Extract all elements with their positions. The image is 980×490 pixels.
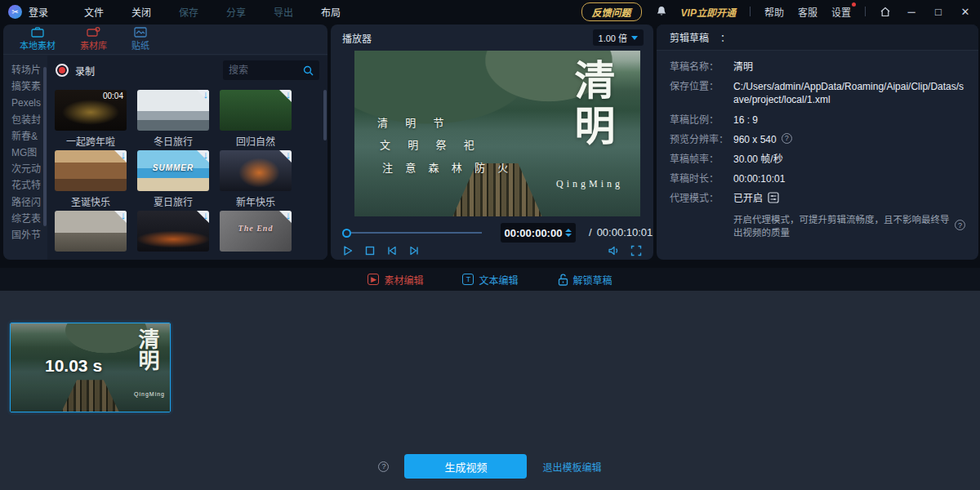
- stop-button[interactable]: [364, 245, 376, 256]
- tab-material-edit[interactable]: ▶ 素材编辑: [368, 273, 423, 287]
- proxy-mode-row: 代理模式： 已开启: [670, 192, 965, 205]
- video-subtitle: QingMing: [556, 178, 623, 190]
- template-thumbnail[interactable]: ↓: [55, 150, 127, 191]
- download-icon[interactable]: ↓: [121, 150, 127, 161]
- chevron-down-icon: [631, 36, 638, 40]
- template-card[interactable]: The End↓: [220, 211, 292, 260]
- record-icon[interactable]: [56, 64, 69, 77]
- draft-info-panel: 剪辑草稿 ： 草稿名称： 清明 保存位置： C:/Users/admin/App…: [657, 24, 978, 260]
- seek-track[interactable]: [351, 232, 482, 234]
- help-icon[interactable]: ?: [782, 133, 792, 144]
- category-mg[interactable]: MG图: [3, 145, 47, 161]
- divider: [865, 7, 866, 16]
- skip-to-start-button[interactable]: [386, 245, 398, 256]
- fullscreen-icon[interactable]: [630, 245, 642, 256]
- maximize-button[interactable]: □: [932, 6, 945, 18]
- play-button[interactable]: [342, 245, 354, 256]
- template-thumbnail[interactable]: ↓: [220, 90, 292, 131]
- template-thumbnail[interactable]: ↓: [137, 211, 209, 252]
- timeline-clip[interactable]: 清明 QingMing 10.03 s: [10, 323, 171, 412]
- clip-title-calligraphy: 清明: [131, 328, 162, 371]
- draft-name-row: 草稿名称： 清明: [670, 60, 965, 74]
- seek-bar[interactable]: 00:00:00:00 /00:00:10:01: [342, 223, 642, 243]
- tab-material-library[interactable]: 素材库: [80, 27, 107, 51]
- help-icon[interactable]: ?: [955, 220, 965, 230]
- toolbox-icon: [31, 27, 44, 38]
- template-card[interactable]: ↓: [55, 211, 127, 260]
- template-thumbnail[interactable]: SUMMER↓: [137, 150, 209, 191]
- volume-icon[interactable]: [608, 245, 620, 256]
- generate-video-button[interactable]: 生成视频: [404, 454, 527, 479]
- time-stepper[interactable]: [565, 229, 572, 237]
- search-input[interactable]: [229, 65, 303, 76]
- sidebar-scrollbar[interactable]: [43, 67, 47, 226]
- template-card[interactable]: ↓: [137, 211, 209, 260]
- video-preview[interactable]: 清 明 节 文 明 祭 祀 注 意 森 林 防 火 清明 QingMing: [354, 51, 640, 216]
- tab-text-edit[interactable]: T 文本编辑: [462, 273, 518, 287]
- menu-close[interactable]: 关闭: [131, 5, 151, 19]
- record-button[interactable]: 录制: [75, 64, 95, 78]
- template-card[interactable]: ↓ 新年快乐: [220, 150, 292, 206]
- customer-service-button[interactable]: 客服: [798, 5, 817, 19]
- proxy-settings-icon[interactable]: [768, 192, 779, 203]
- download-icon[interactable]: ↓: [121, 211, 127, 221]
- download-icon[interactable]: ↓: [203, 150, 209, 161]
- category-foreign[interactable]: 国外节: [3, 227, 47, 243]
- tab-stickers[interactable]: 贴纸: [131, 27, 149, 51]
- category-variety[interactable]: 综艺表: [3, 211, 47, 227]
- category-newyear[interactable]: 新春&: [3, 128, 47, 145]
- download-icon[interactable]: ↓: [203, 90, 209, 100]
- menu-save[interactable]: 保存: [179, 5, 198, 19]
- timeline-area: 清明 QingMing 10.03 s ? 生成视频 退出模板编辑: [0, 291, 980, 490]
- menu-layout[interactable]: 布局: [321, 5, 341, 19]
- tab-unlock-draft[interactable]: 解锁草稿: [558, 273, 612, 287]
- grid-scrollbar[interactable]: [323, 90, 327, 140]
- template-thumbnail[interactable]: The End↓: [220, 211, 292, 252]
- home-button-icon[interactable]: [880, 7, 891, 17]
- category-packaging[interactable]: 包装封: [3, 112, 47, 128]
- template-card[interactable]: 00:04 一起跨年啦: [55, 90, 127, 145]
- template-thumbnail[interactable]: ↓: [55, 211, 127, 252]
- video-title-calligraphy: 清明: [562, 59, 621, 150]
- category-pexels[interactable]: Pexels: [3, 95, 47, 111]
- settings-button[interactable]: 设置: [831, 5, 851, 19]
- category-anime[interactable]: 次元动: [3, 161, 47, 177]
- frame-rate-row: 草稿帧率： 30.00 帧/秒: [670, 153, 965, 166]
- menu-file[interactable]: 文件: [84, 5, 104, 19]
- template-thumbnail[interactable]: ↓: [137, 90, 209, 131]
- menu-share[interactable]: 分享: [226, 5, 246, 19]
- download-icon[interactable]: ↓: [286, 150, 292, 161]
- template-card[interactable]: ↓ 回归自然: [220, 90, 292, 145]
- category-path-flash[interactable]: 路径闪: [3, 194, 47, 211]
- vip-upgrade-button[interactable]: VIP立即开通: [681, 5, 736, 19]
- seek-handle[interactable]: [342, 229, 351, 238]
- close-button[interactable]: ✕: [959, 6, 972, 18]
- template-card[interactable]: ↓ 冬日旅行: [137, 90, 209, 145]
- template-thumbnail[interactable]: ↓: [220, 150, 292, 191]
- editor-tab-strip: ▶ 素材编辑 T 文本编辑 解锁草稿: [0, 268, 980, 291]
- download-icon[interactable]: ↓: [203, 211, 209, 221]
- help-icon[interactable]: ?: [378, 461, 389, 472]
- template-thumbnail[interactable]: 00:04: [55, 90, 127, 131]
- material-library-icon: [87, 27, 101, 38]
- download-icon[interactable]: ↓: [286, 211, 292, 221]
- notification-bell-icon[interactable]: [656, 6, 667, 17]
- skip-to-end-button[interactable]: [408, 245, 420, 256]
- template-grid: 00:04 一起跨年啦 ↓ 冬日旅行 ↓ 回归自然 ↓ 圣诞快乐 SUMMER↓…: [47, 85, 327, 260]
- help-button[interactable]: 帮助: [764, 5, 784, 19]
- search-box[interactable]: [223, 60, 319, 80]
- category-transitions[interactable]: 转场片: [3, 62, 47, 78]
- menu-export[interactable]: 导出: [274, 5, 293, 19]
- tab-local-media[interactable]: 本地素材: [20, 27, 56, 51]
- template-card[interactable]: SUMMER↓ 夏日旅行: [137, 150, 209, 206]
- playback-speed-dropdown[interactable]: 1.00 倍: [593, 29, 644, 46]
- template-card[interactable]: ↓ 圣诞快乐: [55, 150, 127, 206]
- download-icon[interactable]: ↓: [286, 90, 292, 100]
- exit-template-edit-link[interactable]: 退出模板编辑: [542, 460, 601, 474]
- category-funny[interactable]: 搞笑素: [3, 78, 47, 95]
- minimize-button[interactable]: ─: [905, 6, 918, 18]
- current-time-field[interactable]: 00:00:00:00: [501, 223, 576, 243]
- category-effects[interactable]: 花式特: [3, 177, 47, 194]
- feedback-button[interactable]: 反馈问题: [581, 2, 642, 21]
- login-button[interactable]: 登录: [29, 5, 48, 19]
